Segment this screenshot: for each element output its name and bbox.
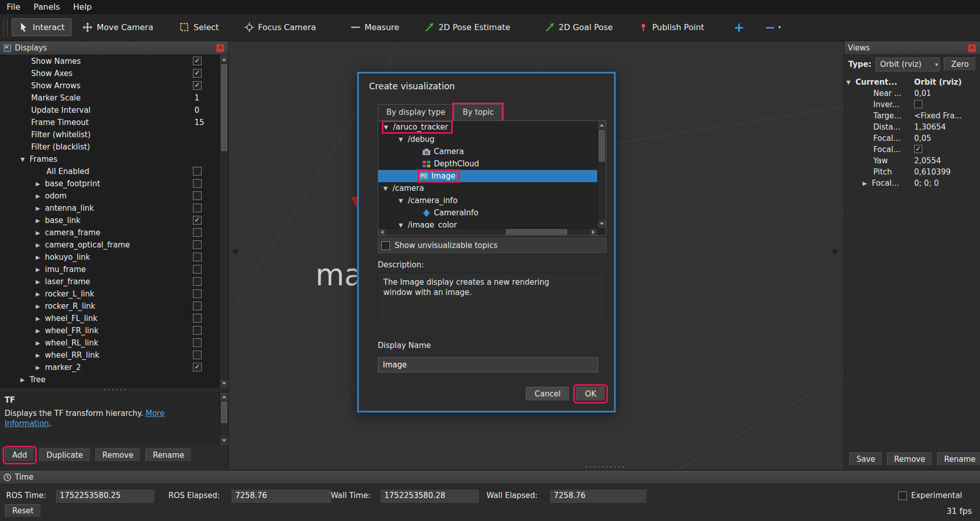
view-row-target[interactable]: Targe...<Fixed Fra... <box>844 110 980 121</box>
ok-button[interactable]: OK <box>576 387 605 401</box>
tool-2d-pose-estimate[interactable]: 2D Pose Estimate <box>418 18 517 36</box>
expander-icon[interactable]: ▶ <box>36 242 45 249</box>
scroll-left-icon[interactable] <box>378 229 385 235</box>
checkbox[interactable] <box>914 100 922 108</box>
topic-row-camera-info-ns[interactable]: ▼/camera_info <box>378 194 606 207</box>
tool-publish-point[interactable]: Publish Point <box>631 18 712 36</box>
topic-row-depthcloud[interactable]: DepthCloud <box>378 158 606 170</box>
expander-icon[interactable]: ▶ <box>36 217 45 224</box>
panel-splitter[interactable] <box>0 388 228 392</box>
expander-icon[interactable]: ▶ <box>36 230 45 236</box>
checkbox[interactable] <box>193 314 202 322</box>
expander-icon[interactable]: ▼ <box>846 79 855 86</box>
expander-icon[interactable]: ▶ <box>36 193 45 200</box>
view-row-focal-point[interactable]: ▶Focal...0; 0; 0 <box>844 178 980 189</box>
topic-row-aruco-tracker[interactable]: ▼/aruco_tracker <box>378 121 606 133</box>
view-row-distance[interactable]: Dista...1,30654 <box>844 121 980 133</box>
checkbox[interactable] <box>193 191 202 200</box>
checkbox[interactable] <box>193 277 202 286</box>
ros-time-value[interactable]: 1752253580.25 <box>55 489 155 503</box>
view-row-current[interactable]: ▼Current...Orbit (rviz) <box>844 77 980 88</box>
scroll-thumb[interactable] <box>506 229 567 235</box>
row-show-names[interactable]: Show Names✓ <box>0 55 228 67</box>
expander-icon[interactable]: ▶ <box>863 180 872 187</box>
row-hokuyo-link[interactable]: ▶hokuyo_link <box>0 251 228 263</box>
row-value[interactable]: 0; 0; 0 <box>914 179 939 188</box>
scroll-thumb[interactable] <box>599 130 605 162</box>
expander-icon[interactable]: ▶ <box>36 315 45 322</box>
expander-icon[interactable]: ▼ <box>399 136 408 143</box>
row-camera-optical-frame[interactable]: ▶camera_optical_frame <box>0 239 228 251</box>
wall-time-value[interactable]: 1752253580.28 <box>380 489 480 503</box>
expander-icon[interactable]: ▼ <box>20 156 30 163</box>
checkbox[interactable] <box>193 167 202 176</box>
topic-tree-scrollbar[interactable] <box>597 121 606 228</box>
row-wheel-fl-link[interactable]: ▶wheel_FL_link <box>0 312 228 325</box>
row-odom[interactable]: ▶odom <box>0 190 228 202</box>
add-tool-button[interactable]: + <box>729 20 750 35</box>
displays-panel-header[interactable]: Displays ✕ <box>0 41 228 55</box>
expander-icon[interactable]: ▶ <box>36 279 45 285</box>
checkbox[interactable] <box>193 240 202 249</box>
displays-scrollbar[interactable] <box>219 55 228 388</box>
tool-select[interactable]: Select <box>173 18 226 36</box>
row-value[interactable]: <Fixed Fra... <box>914 111 962 120</box>
checkbox[interactable] <box>193 179 202 188</box>
row-camera-frame[interactable]: ▶camera_frame <box>0 227 228 239</box>
row-value[interactable]: 1 <box>194 93 200 103</box>
checkbox[interactable] <box>193 302 202 310</box>
checkbox[interactable] <box>193 204 202 212</box>
expander-icon[interactable]: ▶ <box>36 364 45 371</box>
view-row-pitch[interactable]: Pitch0,610399 <box>844 166 980 178</box>
add-button[interactable]: Add <box>5 449 34 462</box>
close-icon[interactable]: ✕ <box>216 44 225 53</box>
row-filter-whitelist[interactable]: Filter (whitelist) <box>0 129 228 141</box>
tool-2d-goal-pose[interactable]: 2D Goal Pose <box>538 18 620 36</box>
scroll-thumb[interactable] <box>221 402 227 423</box>
row-value[interactable]: 0,610399 <box>914 167 951 177</box>
expander-icon[interactable]: ▶ <box>36 266 45 273</box>
scroll-down-icon[interactable] <box>220 437 228 445</box>
ros-elapsed-value[interactable]: 7258.76 <box>231 489 332 503</box>
menu-file[interactable]: File <box>0 0 27 14</box>
row-wheel-rl-link[interactable]: ▶wheel_RL_link <box>0 337 228 349</box>
view-row-focal-shape-size[interactable]: Focal...0,05 <box>844 133 980 144</box>
tool-focus-camera[interactable]: Focus Camera <box>237 18 324 36</box>
row-value[interactable]: 15 <box>194 118 204 127</box>
row-all-enabled[interactable]: All Enabled <box>0 165 228 178</box>
close-icon[interactable]: ✕ <box>968 44 976 53</box>
time-panel-header[interactable]: Time <box>0 470 980 484</box>
view-row-near[interactable]: Near ...0,01 <box>844 88 980 99</box>
row-base-link[interactable]: ▶base_link✓ <box>0 214 228 227</box>
row-base-footprint[interactable]: ▶base_footprint <box>0 178 228 190</box>
row-value[interactable]: 0,01 <box>914 89 931 98</box>
scroll-up-icon[interactable] <box>598 121 606 129</box>
checkbox[interactable] <box>193 326 202 335</box>
checkbox[interactable] <box>193 253 202 261</box>
row-rocker-r-link[interactable]: ▶rocker_R_link <box>0 300 228 312</box>
topic-row-camerainfo[interactable]: CameraInfo <box>378 207 606 219</box>
row-marker-scale[interactable]: Marker Scale1 <box>0 92 228 104</box>
row-wheel-rr-link[interactable]: ▶wheel_RR_link <box>0 349 228 361</box>
checkbox[interactable] <box>193 265 202 274</box>
view-row-focal-shape-fixed[interactable]: Focal...✓ <box>844 144 980 155</box>
topic-row-debug[interactable]: ▼/debug <box>378 133 606 145</box>
wall-elapsed-value[interactable]: 7258.76 <box>549 489 647 503</box>
row-marker-2[interactable]: ▶marker_2✓ <box>0 361 228 374</box>
expander-icon[interactable]: ▼ <box>383 185 393 192</box>
row-filter-blacklist[interactable]: Filter (blacklist) <box>0 141 228 153</box>
experimental-checkbox[interactable] <box>898 491 907 500</box>
checkbox[interactable] <box>193 338 202 347</box>
row-wheel-fr-link[interactable]: ▶wheel_FR_link <box>0 325 228 337</box>
remove-button[interactable]: Remove <box>95 449 141 462</box>
expander-icon[interactable]: ▶ <box>36 340 45 346</box>
scroll-right-icon[interactable] <box>590 229 597 235</box>
checkbox[interactable]: ✓ <box>193 81 202 90</box>
expander-icon[interactable]: ▶ <box>36 303 45 310</box>
checkbox[interactable] <box>381 241 390 250</box>
expander-icon[interactable]: ▼ <box>399 222 408 229</box>
scroll-up-icon[interactable] <box>220 55 228 63</box>
row-frame-timeout[interactable]: Frame Timeout15 <box>0 116 228 129</box>
expander-icon[interactable]: ▶ <box>36 181 45 187</box>
tool-measure[interactable]: Measure <box>344 18 406 36</box>
